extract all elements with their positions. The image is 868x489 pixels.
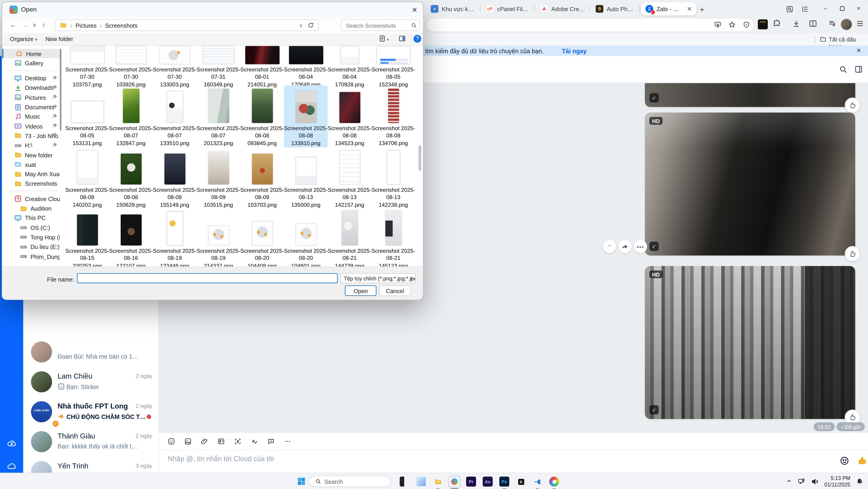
file-item[interactable]: Screenshot 2025-08-08 093845.png <box>240 85 284 147</box>
file-item[interactable]: Screenshot 2025-08-07 201323.png <box>196 85 240 147</box>
cloud-icon[interactable] <box>6 461 17 471</box>
sidebar-item-phim-dung-f-[interactable]: Phim_Dung (F:) <box>2 252 60 261</box>
sidebar-item-os-c-[interactable]: OS (C:) <box>2 223 60 232</box>
quote-message-button[interactable]: ” <box>603 240 616 253</box>
sticker-picker-icon[interactable] <box>168 437 175 445</box>
message-image[interactable]: HD ✓ <box>645 266 855 419</box>
conversation-item[interactable]: LONG CHÂU✓ Nhà thuốc FPT Long Châu 2 ngà… <box>23 397 159 427</box>
message-image[interactable]: HD ✓ ” ••• <box>645 112 855 256</box>
file-item[interactable]: Screenshot 2025-08-08 155149.png <box>153 147 196 209</box>
new-tab-button[interactable]: + <box>696 4 708 15</box>
sidebar-item-new-folder[interactable]: New folder <box>2 150 60 160</box>
sidebar-item-tong-hop-d-[interactable]: Tong Hop (D:) <box>2 232 60 242</box>
more-tools-icon[interactable] <box>284 437 291 445</box>
composer-input[interactable]: Nhập @, tin nhắn tới Cloud của tôi <box>168 455 274 463</box>
attach-file-icon[interactable] <box>201 437 208 445</box>
sidebar-item-creative-cloud-fil[interactable]: Creative Cloud Fil <box>2 194 60 204</box>
file-item[interactable]: Screenshot 2025-08-13 142238.png <box>371 147 415 209</box>
taskbar-app-paint[interactable] <box>548 476 560 488</box>
sidebar-item-videos[interactable]: Videos <box>2 121 60 131</box>
recent-locations-chevron-icon[interactable]: ∨ <box>33 22 36 28</box>
taskbar-app-ps[interactable]: Ps <box>498 476 510 488</box>
like-button[interactable] <box>845 97 860 113</box>
file-item[interactable]: Screenshot 2025-08-09 103515.png <box>196 147 240 209</box>
taskbar-app-ae[interactable]: Ae <box>482 476 494 488</box>
sidebar-item-may-anh-xuat[interactable]: May Anh Xuat <box>2 169 60 179</box>
file-item[interactable]: Screenshot 2025-08-13 142157.png <box>328 147 371 209</box>
browser-tab[interactable]: AAdobe Creative Clou <box>536 2 590 16</box>
file-item[interactable]: Screenshot 2025-08-04 170928.png <box>328 45 371 89</box>
file-item[interactable]: Screenshot 2025-08-20 104408.png <box>240 208 284 267</box>
sidebar-item-du-lieu-e-[interactable]: Du lieu (E:) <box>2 242 60 252</box>
notification-bell-icon[interactable]: z <box>856 478 864 485</box>
refresh-icon[interactable] <box>308 22 314 28</box>
conversation-item[interactable]: Thành Giàu 2 ngày Bạn: kkkkk thấy ok là … <box>23 427 159 457</box>
banner-download-link[interactable]: Tải ngay <box>562 47 587 54</box>
sidebar-item-screenshots[interactable]: Screenshots <box>2 179 60 189</box>
file-item[interactable]: Screenshot 2025-08-15 220253.png <box>65 208 109 267</box>
browser-menu-icon[interactable] <box>856 20 864 28</box>
sidebar-item-documents[interactable]: Documents <box>2 102 60 112</box>
file-item[interactable]: Screenshot 2025-08-16 122107.png <box>109 208 153 267</box>
browser-tab[interactable]: 9Auto Photoshop | Ch <box>591 2 640 16</box>
forward-message-button[interactable] <box>618 240 632 253</box>
file-item[interactable]: Screenshot 2025-08-08 133810.png <box>284 85 328 147</box>
browser-tab[interactable]: Z2Zalo - Se Media✕ <box>641 2 696 16</box>
screen-capture-icon[interactable] <box>234 437 241 445</box>
forward-icon[interactable]: → <box>22 21 28 29</box>
tray-chevron-icon[interactable] <box>786 478 793 485</box>
file-item[interactable]: Screenshot 2025-08-08 140202.png <box>65 147 109 209</box>
browser-tab[interactable]: ≡Khu vực khách hàng <box>426 2 480 16</box>
file-item[interactable]: Screenshot 2025-07-30 103757.png <box>65 45 109 89</box>
minimize-button[interactable]: – <box>818 4 833 13</box>
sidebar-item-gallery[interactable]: Gallery <box>2 58 60 68</box>
file-item[interactable]: Screenshot 2025-07-31 160349.png <box>196 45 240 89</box>
vertical-tabs-icon[interactable] <box>802 5 809 13</box>
tracking-shield-icon[interactable] <box>743 21 750 28</box>
taskbar-app-vscode[interactable] <box>531 476 544 488</box>
file-item[interactable]: Screenshot 2025-08-20 104601.png <box>284 208 328 267</box>
sidebar-item-h-[interactable]: H:\ <box>2 141 60 150</box>
file-item[interactable]: Screenshot 2025-07-30 103926.png <box>109 45 153 89</box>
taskbar-app-explorer[interactable] <box>432 476 444 488</box>
taskbar-app-pr[interactable]: Pr <box>465 476 477 488</box>
dialog-titlebar[interactable]: Open ✕ <box>2 2 423 18</box>
file-item[interactable]: Screenshot 2025-08-08 150629.png <box>109 147 153 209</box>
file-type-select[interactable]: Tệp tùy chỉnh (*.png;*.jpg;*.jpeg∨ <box>340 273 415 283</box>
file-item[interactable]: Screenshot 2025-08-19 123446.png <box>153 208 196 267</box>
taskbar-app-photos[interactable] <box>415 476 427 488</box>
tab-close-icon[interactable]: ✕ <box>687 5 692 12</box>
address-dropdown-chevron-icon[interactable]: ∨ <box>299 23 303 28</box>
file-name-input[interactable] <box>77 273 338 283</box>
cancel-button[interactable]: Cancel <box>379 285 410 296</box>
new-folder-button[interactable]: New folder <box>45 35 73 42</box>
tab-search-icon[interactable] <box>786 5 793 13</box>
file-item[interactable]: Screenshot 2025-08-19 214337.png <box>196 208 240 267</box>
taskbar-app-zalo[interactable] <box>448 476 461 488</box>
file-item[interactable]: Screenshot 2025-08-13 135000.png <box>284 147 328 209</box>
file-item[interactable]: Screenshot 2025-08-07 133510.png <box>153 85 196 147</box>
taskbar-app-capcut[interactable]: X <box>515 476 527 488</box>
sidebar-item-73-job-nho[interactable]: 73 - Job Nho <box>2 131 60 141</box>
zcloud-icon[interactable] <box>6 438 17 449</box>
banner-close-icon[interactable]: ✕ <box>856 47 862 54</box>
view-mode-icon[interactable] <box>379 35 386 42</box>
send-to-device-icon[interactable] <box>714 21 721 28</box>
open-button[interactable]: Open <box>345 285 376 296</box>
sidebar-item-xuat[interactable]: xuat <box>2 160 60 169</box>
sidebar-item-this-pc[interactable]: This PC <box>2 213 60 223</box>
taskbar-app-darkapp[interactable] <box>399 476 411 488</box>
file-item[interactable]: Screenshot 2025-08-21 144739.png <box>328 208 371 267</box>
chat-panel-toggle-icon[interactable] <box>854 65 863 74</box>
more-actions-button[interactable]: ••• <box>634 240 647 253</box>
file-item[interactable]: Screenshot 2025-07-30 133003.png <box>153 45 196 89</box>
browser-profile-avatar[interactable] <box>841 19 852 30</box>
close-window-button[interactable]: × <box>851 4 866 13</box>
conversation-item[interactable]: Đoan Bùi: Nhà mẹ bán có 1 kiểu <box>23 337 159 367</box>
media-playlist-icon[interactable] <box>828 20 837 28</box>
chat-search-icon[interactable] <box>839 65 847 74</box>
breadcrumb[interactable]: › Pictures › Screenshots ∨ <box>55 20 319 31</box>
file-item[interactable]: Screenshot 2025-08-09 103703.png <box>240 147 284 209</box>
quick-message-icon[interactable] <box>268 437 275 445</box>
help-icon[interactable]: ? <box>413 35 421 42</box>
